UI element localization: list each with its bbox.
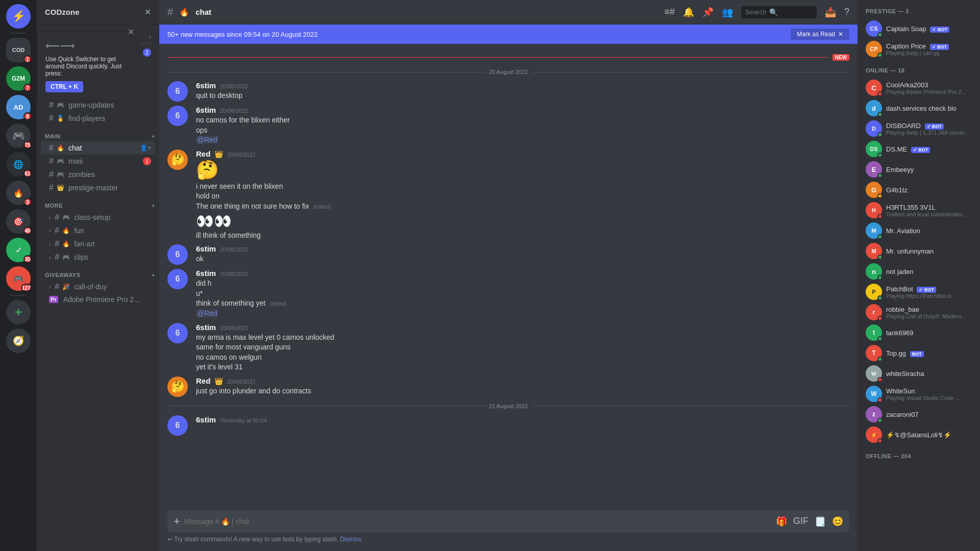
mark-as-read-button[interactable]: Mark as Read ✕ (791, 29, 849, 40)
message-content: 6stim 20/08/2022 my arma is max level ye… (196, 323, 849, 372)
server-icon-s2[interactable]: 🌐 61 (6, 152, 31, 177)
channel-add-member-icon[interactable]: 👤+ (140, 144, 151, 152)
expand-icon: › (49, 215, 51, 220)
server-icon-g2m[interactable]: G2M 7 (6, 66, 31, 91)
server-icon-codzone[interactable]: COD 1 (6, 38, 31, 62)
message-author-line: 6stim 20/08/2022 (196, 323, 849, 332)
member-item-dash-services[interactable]: d dash.services check bio (862, 98, 976, 118)
new-messages-banner[interactable]: 50+ new messages since 09:54 on 20 Augus… (159, 24, 857, 44)
close-quick-switcher[interactable]: ✕ (128, 27, 134, 37)
sticker-icon[interactable]: 🗒️ (815, 516, 826, 527)
member-item-tank6969[interactable]: t tank6969 (862, 322, 976, 343)
member-item-zacaroni07[interactable]: z zacaroni07 (862, 404, 976, 424)
main-section-header[interactable]: MAIN + (37, 125, 159, 141)
channel-sub-icon: 🎮 (57, 158, 64, 165)
message-timestamp: 20/08/2022 (220, 325, 248, 331)
threads-icon[interactable]: ≡# (664, 7, 675, 17)
message-text: i never seen it on the blixen (196, 182, 849, 192)
channel-item-prestige-master[interactable]: # 👑 prestige-master (41, 181, 155, 194)
member-item-topgg[interactable]: T Top.gg BOT (862, 343, 976, 363)
member-item-captain-soap[interactable]: CS Captain Soap ✓ BOT (862, 18, 976, 39)
member-item-g4b1tz[interactable]: G G4b1tz (862, 180, 976, 200)
member-name: Mr. unfunnyman (886, 247, 972, 255)
member-name: WhiteSun (886, 387, 972, 395)
member-item-robbie-bae[interactable]: r robbie_bae Playing Call of Duty®: Mode… (862, 302, 976, 322)
member-item-embeeyy[interactable]: E Embeeyy (862, 159, 976, 180)
message-author: Red (196, 377, 210, 385)
member-item-mr-aviation[interactable]: M Mr. Aviation (862, 220, 976, 241)
gif-icon[interactable]: GIF (793, 516, 808, 527)
channel-hash-icon: # (49, 143, 54, 153)
mute-icon[interactable]: 🔔 (683, 7, 694, 18)
message-edited: (edited) (270, 301, 287, 307)
pins-icon[interactable]: 📌 (702, 7, 714, 18)
new-messages-label: NEW (832, 54, 849, 61)
channel-item-zombies[interactable]: # 🎮 zombies (41, 168, 155, 181)
member-name: Embeeyy (886, 166, 972, 173)
member-item-caption-price[interactable]: CP Caption Price ✓ BOT Playing |help | c… (862, 39, 976, 59)
server-icon-s6[interactable]: 🎮 127 (6, 266, 31, 291)
main-chat-area: # 🔥 chat ≡# 🔔 📌 👥 Search 🔍 📥 ? 50+ new m… (159, 0, 857, 551)
message-emoji: 🤔 (196, 159, 849, 181)
inbox-icon[interactable]: 📥 (825, 7, 836, 18)
channel-hash-icon: # (49, 170, 54, 179)
message-text: ok (196, 254, 849, 264)
search-bar[interactable]: Search 🔍 (741, 6, 817, 18)
channel-item-fan-art[interactable]: › # 🔥 fan-art (41, 237, 155, 251)
status-dot (877, 418, 883, 423)
member-name: tank6969 (886, 329, 972, 337)
add-channel-icon-giveaways[interactable]: + (152, 272, 155, 278)
add-server-button[interactable]: + (6, 300, 31, 324)
member-item-whitesun[interactable]: W WhiteSun Playing Visual Studio Code ..… (862, 384, 976, 404)
help-icon[interactable]: ? (844, 7, 849, 17)
member-item-mr-unfunnyman[interactable]: M Mr. unfunnyman (862, 241, 976, 261)
channel-item-find-players[interactable]: # 🏅 find-players (41, 112, 155, 125)
server-icon-s5[interactable]: ✓ 35 (6, 238, 31, 262)
channel-item-adobe[interactable]: Pr Adobe Premiere Pro 2... (41, 293, 155, 306)
message-author: 6stim (196, 323, 216, 332)
discord-home-icon[interactable]: ⚡ (6, 4, 31, 29)
add-channel-icon-more[interactable]: + (152, 203, 155, 209)
channel-item-call-of-duy[interactable]: › # 🎉 call-of-duy (41, 280, 155, 293)
member-name: not jaden (886, 268, 972, 276)
message-input[interactable] (184, 512, 776, 531)
add-channel-icon[interactable]: + (152, 133, 155, 139)
member-item-dsme[interactable]: DS DS.ME ✓ BOT (862, 139, 976, 159)
attach-file-button[interactable]: + (174, 515, 180, 528)
member-status: Playing /help | 1,371,369 servers... (886, 130, 972, 136)
explore-servers-button[interactable]: 🧭 (6, 329, 31, 353)
member-avatar: M (866, 222, 882, 239)
member-item-disboard[interactable]: D DISBOARD ✓ BOT Playing /help | 1,371,3… (862, 118, 976, 139)
message-timestamp: 20/08/2022 (220, 271, 248, 277)
member-info: dash.services check bio (886, 105, 972, 112)
giveaways-section-header[interactable]: GIVEAWAYS + (37, 264, 159, 280)
member-item-satansloli[interactable]: ⚡ ⚡↯@SatansLoli↯⚡ (862, 424, 976, 445)
dismiss-link[interactable]: Dismiss (340, 536, 361, 543)
channel-item-chat[interactable]: # 🔥 chat 👤+ (41, 141, 155, 155)
channel-item-class-setup[interactable]: › # 🎮 class-setup (41, 211, 155, 224)
more-section-header[interactable]: MORE + (37, 194, 159, 211)
member-item-h3rtl355[interactable]: H H3RTL355 3V1L Traitors and loyal subor… (862, 200, 976, 220)
server-icon-s4[interactable]: 🎯 40 (6, 209, 31, 234)
member-item-whitesiracha[interactable]: w whiteSiracha (862, 363, 976, 384)
member-name: zacaroni07 (886, 411, 972, 418)
emoji-icon[interactable]: 😊 (832, 516, 843, 527)
member-item-patchbot[interactable]: P PatchBot ✓ BOT Playing https://PatchBo… (862, 282, 976, 302)
bot-badge: ✓ BOT (917, 287, 936, 293)
chat-input-area: + 🎁 GIF 🗒️ 😊 ↩ Try slash commands! A new… (159, 510, 857, 551)
member-item-not-jaden[interactable]: n not jaden (862, 261, 976, 282)
channel-item-fun[interactable]: › # 🔥 fun (41, 224, 155, 237)
channel-name: fun (74, 227, 84, 235)
channel-hash-icon: # (55, 226, 59, 235)
right-sidebar: PRESTIGE — 2 CS Captain Soap ✓ BOT CP Ca… (857, 0, 980, 551)
server-header[interactable]: CODzone ✕ (37, 0, 159, 24)
gift-icon[interactable]: 🎁 (776, 516, 787, 527)
channel-item-clips[interactable]: › # 🎮 clips (41, 251, 155, 264)
server-icon-ad[interactable]: AD 8 (6, 95, 31, 119)
member-item-coolarka[interactable]: C CoolArka2003 Playing Adobe Premiere Pr… (862, 78, 976, 98)
server-icon-s1[interactable]: 🎮 75 (6, 123, 31, 148)
server-icon-s3[interactable]: 🔥 3 (6, 181, 31, 205)
message-author-line: 6stim 20/08/2022 (196, 244, 849, 253)
members-icon[interactable]: 👥 (722, 7, 733, 18)
channel-item-mwii[interactable]: # 🎮 mwii 1 (41, 155, 155, 168)
